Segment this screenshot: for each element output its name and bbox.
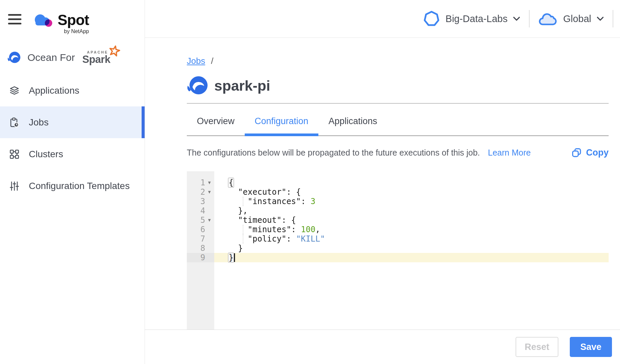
- app-window: Spot by NetApp Ocean For APACHE Spark: [0, 0, 620, 364]
- sliders-icon: [9, 181, 20, 191]
- code-token: "minutes":: [228, 225, 301, 234]
- config-description: The configurations below will be propaga…: [187, 148, 480, 158]
- code-token: },: [228, 206, 248, 215]
- cluster-icon: [9, 149, 20, 160]
- code-line[interactable]: 2▾ "executor": {: [187, 187, 609, 197]
- scope-name: Global: [563, 13, 591, 24]
- code-line[interactable]: 9}: [187, 253, 609, 262]
- apache-spark-logo: APACHE Spark: [82, 51, 119, 65]
- line-number-cell: 8: [187, 244, 214, 253]
- copy-label: Copy: [586, 148, 609, 158]
- line-number-cell: 4: [187, 206, 214, 215]
- sidebar-item-applications[interactable]: Applications: [0, 75, 145, 106]
- job-configuration-page: Jobs / spark-pi Overview Configuration A…: [145, 38, 620, 330]
- code-text[interactable]: "policy": "KILL": [214, 234, 609, 244]
- code-token: 100: [301, 225, 315, 234]
- code-line[interactable]: 7 "policy": "KILL": [187, 234, 609, 244]
- sidebar-item-clusters[interactable]: Clusters: [0, 138, 145, 170]
- description-row: The configurations below will be propaga…: [187, 148, 609, 158]
- code-text[interactable]: }: [214, 244, 609, 253]
- sidebar: Spot by NetApp Ocean For APACHE Spark: [0, 0, 145, 364]
- top-header: Big-Data-Labs Global: [145, 0, 620, 38]
- header-divider: [613, 10, 613, 27]
- reset-button[interactable]: Reset: [516, 337, 558, 357]
- code-line[interactable]: 1▾{: [187, 178, 609, 187]
- code-text[interactable]: {: [214, 178, 609, 187]
- fold-arrow-icon[interactable]: ▾: [206, 178, 213, 187]
- code-token: }: [228, 244, 243, 253]
- matched-bracket: }: [228, 253, 234, 263]
- code-line[interactable]: 4 },: [187, 206, 609, 215]
- tab-configuration[interactable]: Configuration: [245, 104, 319, 135]
- cloud-icon: [538, 11, 558, 26]
- code-text[interactable]: "executor": {: [214, 187, 609, 197]
- code-token: 3: [311, 197, 315, 206]
- code-line[interactable]: 5▾ "timeout": {: [187, 215, 609, 225]
- line-number-cell: 5▾: [187, 215, 214, 225]
- line-number: 8: [201, 244, 205, 253]
- brand-byline: by NetApp: [64, 28, 89, 34]
- breadcrumb-jobs-link[interactable]: Jobs: [187, 56, 205, 66]
- product-name: Ocean For: [27, 52, 75, 63]
- code-line[interactable]: 3 "instances": 3: [187, 197, 609, 206]
- chevron-down-icon: [513, 16, 520, 21]
- line-number: 6: [201, 225, 205, 234]
- sidebar-item-jobs[interactable]: Jobs: [0, 106, 145, 138]
- heptagon-icon: [423, 10, 440, 28]
- sidebar-item-label: Configuration Templates: [29, 181, 130, 191]
- tab-applications[interactable]: Applications: [318, 104, 387, 135]
- job-wave-icon: [187, 75, 208, 96]
- spot-logo: Spot by NetApp: [32, 13, 89, 34]
- fold-arrow-icon[interactable]: ▾: [206, 215, 213, 225]
- org-name: Big-Data-Labs: [446, 13, 508, 24]
- scope-selector[interactable]: Global: [538, 11, 604, 26]
- line-number: 3: [201, 197, 205, 206]
- title-row: spark-pi: [187, 75, 609, 96]
- learn-more-link[interactable]: Learn More: [488, 148, 531, 158]
- line-number: 1: [201, 178, 205, 187]
- line-number-cell: 1▾: [187, 178, 214, 187]
- line-number: 5: [201, 215, 205, 225]
- line-number-cell: 7: [187, 234, 214, 244]
- tab-overview[interactable]: Overview: [187, 104, 245, 135]
- brand-name: Spot: [58, 13, 89, 27]
- code-line[interactable]: 6 "minutes": 100,: [187, 225, 609, 234]
- code-editor[interactable]: 1▾{2▾ "executor": {3 "instances": 34 },5…: [187, 171, 609, 330]
- breadcrumb-separator: /: [211, 56, 213, 66]
- sidebar-item-label: Clusters: [29, 149, 63, 160]
- spark-star-icon: [109, 45, 120, 57]
- nav-ocean-for-spark[interactable]: Ocean For APACHE Spark: [7, 49, 145, 66]
- line-number: 7: [201, 234, 205, 244]
- code-text[interactable]: "instances": 3: [214, 197, 609, 206]
- clipboard-clock-icon: [9, 117, 20, 128]
- code-text[interactable]: "timeout": {: [214, 215, 609, 225]
- indent-guide: [243, 225, 243, 234]
- header-divider: [529, 10, 530, 27]
- line-number-cell: 9: [187, 253, 214, 262]
- code-text[interactable]: }: [214, 253, 609, 262]
- code-text[interactable]: "minutes": 100,: [214, 225, 609, 234]
- text-cursor: [234, 253, 235, 262]
- code-text[interactable]: },: [214, 206, 609, 215]
- matched-bracket: {: [228, 178, 234, 188]
- spark-label: Spark: [82, 54, 110, 65]
- sidebar-nav: Applications Jobs: [0, 75, 145, 202]
- copy-icon: [571, 148, 582, 158]
- line-number-cell: 6: [187, 225, 214, 234]
- org-selector[interactable]: Big-Data-Labs: [423, 10, 520, 28]
- fold-arrow-icon[interactable]: ▾: [206, 187, 213, 197]
- sidebar-item-label: Applications: [29, 85, 79, 96]
- code-token: "instances":: [228, 197, 311, 206]
- save-button[interactable]: Save: [570, 337, 612, 357]
- line-number: 9: [201, 253, 205, 262]
- menu-icon[interactable]: [8, 14, 21, 24]
- sidebar-item-configuration-templates[interactable]: Configuration Templates: [0, 170, 145, 202]
- code-token: "policy":: [228, 234, 296, 244]
- page-title: spark-pi: [214, 78, 270, 94]
- line-number-cell: 3: [187, 197, 214, 206]
- breadcrumb: Jobs /: [187, 56, 609, 66]
- code-line[interactable]: 8 }: [187, 244, 609, 253]
- copy-button[interactable]: Copy: [571, 148, 609, 158]
- line-number: 2: [201, 187, 205, 197]
- indent-guide: [243, 234, 243, 244]
